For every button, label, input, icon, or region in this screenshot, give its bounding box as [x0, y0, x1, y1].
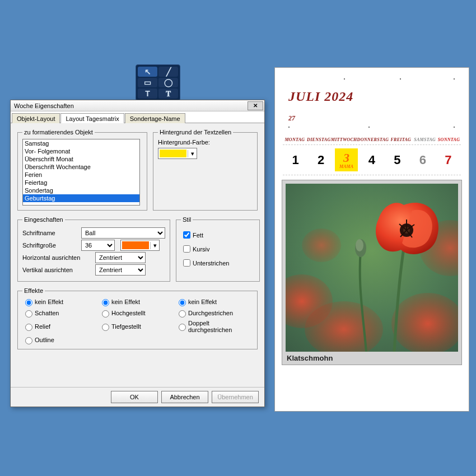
effect2-none-radio[interactable] [102, 299, 109, 306]
effect2-tief-radio[interactable] [102, 324, 109, 331]
line-tool-icon[interactable]: ╱ [158, 67, 178, 77]
effect-label: Durchgestrichen [188, 310, 233, 316]
bg-color-chip [160, 150, 186, 157]
list-item-selected[interactable]: Geburtstag [23, 194, 139, 202]
close-button[interactable]: ✕ [248, 101, 263, 110]
list-item[interactable]: Ferien [23, 171, 139, 179]
effect1-none-radio[interactable] [25, 299, 32, 306]
effect3-durch-radio[interactable] [179, 310, 186, 318]
list-item[interactable]: Feiertag [23, 179, 139, 186]
effect-label: kein Effekt [35, 298, 63, 305]
group-background-legend: Hintergrund der Textzellen [158, 129, 233, 136]
list-item[interactable]: Sondertag [23, 186, 139, 194]
group-style-legend: Stil [181, 216, 193, 223]
valign-select[interactable]: Zentriert [95, 264, 146, 276]
weekday-header: MONTAG DIENSTAG MITTWOCH DONNERSTAG FREI… [283, 137, 461, 142]
dialog-title: Woche Eigenschaften [14, 102, 74, 109]
day-sub-label: MAMA [335, 164, 358, 169]
italic-checkbox[interactable] [183, 245, 190, 253]
group-object-legend: zu formatierendes Objekt [22, 129, 95, 136]
effect2-hoch-radio[interactable] [102, 310, 109, 318]
ok-button[interactable]: OK [111, 391, 158, 403]
day-cell-birthday: 3 MAMA [335, 148, 358, 171]
photo [286, 184, 458, 352]
weekday-label: FREITAG [389, 137, 413, 142]
effect1-outline-radio[interactable] [25, 337, 32, 344]
day-cell: 1 [283, 151, 308, 170]
cancel-button[interactable]: Abbrechen [161, 391, 208, 403]
list-item[interactable]: Überschrift Wochentage [23, 163, 139, 171]
day-cell: 6 [410, 151, 435, 170]
chevron-down-icon: ▾ [188, 150, 197, 157]
weekday-label: DIENSTAG [307, 137, 331, 142]
bold-label: Fett [193, 232, 203, 239]
guide-dots [285, 77, 459, 81]
day-row: 1 2 3 MAMA 4 5 6 7 [283, 148, 461, 171]
font-select[interactable]: Ball [81, 227, 165, 239]
day-cell: 7 [436, 151, 461, 170]
divider [283, 144, 461, 145]
close-icon: ✕ [253, 102, 258, 109]
weekday-label: SAMSTAG [413, 137, 437, 142]
tab-objekt-layout[interactable]: Objekt-Layout [12, 113, 60, 123]
effect-label: Tiefgestellt [111, 323, 141, 330]
day-cell: 4 [359, 151, 384, 170]
group-background: Hintergrund der Textzellen Hintergrund-F… [153, 129, 258, 211]
weekday-label: MONTAG [283, 137, 307, 142]
photo-caption: Klatschmohn [286, 352, 458, 363]
halign-select[interactable]: Zentriert [95, 252, 146, 263]
group-effects-legend: Effekte [22, 287, 45, 294]
font-label: Schriftname [22, 230, 81, 236]
titlebar: Woche Eigenschaften ✕ [11, 100, 264, 111]
list-item[interactable]: Vor- Folgemonat [23, 147, 139, 155]
ellipse-tool-icon[interactable]: ◯ [158, 78, 178, 88]
apply-button: Übernehmen [212, 391, 259, 403]
text-tool-icon[interactable]: T [138, 88, 157, 99]
list-item[interactable]: Überschrift Monat [23, 155, 139, 163]
effect-label: Schatten [35, 310, 59, 316]
weekday-label: MITTWOCH [331, 137, 357, 142]
list-item[interactable]: Samstag [23, 139, 139, 147]
underline-label: Unterstrichen [193, 260, 229, 267]
font-color-picker[interactable]: ▾ [120, 240, 160, 251]
font-color-chip [122, 241, 149, 249]
effect1-schatten-radio[interactable] [25, 310, 32, 318]
halign-label: Horizontal ausrichten [22, 254, 95, 261]
tab-layout-tagesmatrix[interactable]: Layout Tagesmatrix [60, 113, 124, 123]
textframe-tool-icon[interactable]: 𝐓 [158, 88, 178, 99]
effect-label: kein Effekt [188, 298, 217, 305]
underline-checkbox[interactable] [183, 259, 190, 267]
effect1-relief-radio[interactable] [25, 324, 32, 331]
group-object: zu formatierendes Objekt Samstag Vor- Fo… [17, 129, 147, 211]
tool-palette: ↖ ╱ ▭ ◯ T 𝐓 [136, 64, 180, 101]
bold-checkbox[interactable] [183, 231, 190, 239]
effect3-doppelt-radio[interactable] [179, 324, 186, 331]
size-select[interactable]: 36 [81, 240, 115, 251]
tab-sondertage-name[interactable]: Sondertage-Name [125, 113, 185, 123]
effect3-none-radio[interactable] [179, 299, 186, 306]
weekday-label: DONNERSTAG [357, 137, 389, 142]
rect-tool-icon[interactable]: ▭ [138, 78, 157, 88]
group-style: Stil Fett Kursiv Unterstrichen [176, 216, 260, 282]
italic-label: Kursiv [193, 246, 210, 253]
effect-label: Relief [35, 323, 50, 330]
tabstrip: Objekt-Layout Layout Tagesmatrix Sondert… [11, 111, 264, 123]
day-cell: 5 [385, 151, 410, 170]
size-label: Schriftgroße [22, 242, 81, 249]
effect-label: Outline [35, 337, 54, 343]
calendar-page: JULI 2024 27 MONTAG DIENSTAG MITTWOCH DO… [274, 67, 469, 412]
weekday-label: SONNTAG [437, 137, 461, 142]
photo-frame: Klatschmohn [282, 180, 462, 365]
cursor-tool-icon[interactable]: ↖ [138, 67, 157, 77]
svg-point-7 [356, 239, 363, 251]
group-effects: Effekte kein Effekt kein Effekt kein Eff… [17, 287, 258, 349]
object-listbox[interactable]: Samstag Vor- Folgemonat Überschrift Mona… [22, 139, 140, 206]
effect-label: kein Effekt [111, 298, 140, 305]
button-bar: OK Abbrechen Übernehmen [11, 387, 264, 407]
effect-label: Doppelt durchgestrichen [188, 320, 253, 333]
divider [283, 175, 461, 175]
bg-color-label: Hintergrund-Farbe: [158, 139, 253, 146]
chevron-down-icon: ▾ [150, 242, 159, 249]
page-title: JULI 2024 [288, 89, 463, 104]
bg-color-picker[interactable]: ▾ [158, 148, 197, 159]
